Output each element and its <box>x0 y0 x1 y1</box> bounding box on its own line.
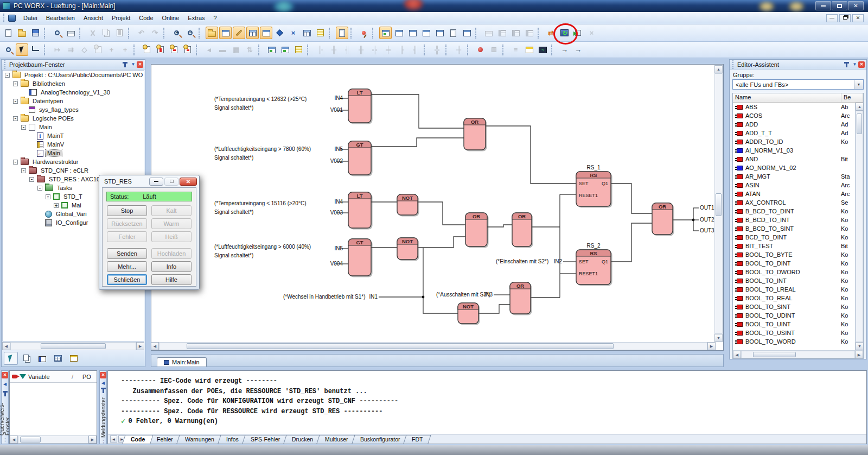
tree-expander[interactable] <box>29 177 34 182</box>
window-1-icon[interactable] <box>393 27 405 39</box>
message-tab[interactable]: Multiuser <box>316 435 356 444</box>
assistant-horizontal-scrollbar[interactable]: ◀ ▶ <box>733 350 863 358</box>
offline-icon[interactable]: × <box>287 27 299 39</box>
branch-icon[interactable]: ◇ <box>78 43 91 56</box>
column-description[interactable]: Be <box>841 93 863 102</box>
tree-item[interactable]: STD_CNF : eCLR <box>3 166 144 175</box>
new-network-icon[interactable] <box>141 43 153 56</box>
jump-icon[interactable]: ↦ <box>51 43 63 56</box>
cut-icon[interactable] <box>86 27 99 39</box>
tree-item[interactable]: MainT <box>3 131 144 140</box>
function-block-row[interactable]: AR_MGT Sta <box>733 172 855 181</box>
fbd-io-label[interactable]: IN5 <box>334 146 343 152</box>
info-button[interactable]: Info <box>151 261 192 272</box>
message-tab[interactable]: Code <box>122 435 153 444</box>
fbd-block-or-12[interactable]: OR <box>510 282 532 315</box>
fehler-button[interactable]: Fehler <box>107 231 147 242</box>
tree-expander[interactable] <box>5 73 10 78</box>
function-block-row[interactable]: BIT_TEST Bit <box>733 242 855 250</box>
ladder-8-icon[interactable]: ╢ <box>409 43 422 56</box>
dialog-close-icon[interactable]: ✕ <box>180 178 197 186</box>
function-block-row[interactable]: BOOL_TO_WORD Ko <box>733 337 855 346</box>
scroll-right-icon[interactable]: ▶ <box>88 435 97 444</box>
heiss-button[interactable]: Heiß <box>151 231 192 242</box>
assistant-vertical-scrollbar[interactable]: ▲ ▼ <box>855 103 863 350</box>
tree-tab-instances-icon[interactable] <box>67 352 81 365</box>
project-window-icon[interactable] <box>379 27 392 39</box>
collapse-left-icon[interactable]: ◀ <box>2 381 9 388</box>
function-block-row[interactable]: B_BCD_TO_DINT Ko <box>733 207 855 216</box>
scroll-left-icon[interactable]: ◀ <box>2 342 10 350</box>
message-tab[interactable]: FDT <box>404 435 432 444</box>
pin-icon[interactable] <box>2 390 9 397</box>
fbd-io-label[interactable]: V001 <box>330 107 343 113</box>
function-block-row[interactable]: AI_NORM_V1_03 <box>733 146 855 155</box>
function-block-row[interactable]: BOOL_TO_LREAL Ko <box>733 285 855 294</box>
fbd-block-not-4[interactable]: NOT <box>397 194 419 217</box>
function-block-row[interactable]: BOOL_TO_DWORD Ko <box>733 268 855 276</box>
tree-expander[interactable] <box>21 168 26 173</box>
fbd-canvas[interactable]: LTGTORLTNOTGTNOTORORRSRS_1SETRESET1Q1RSR… <box>152 65 715 342</box>
tree-expander[interactable] <box>54 203 59 208</box>
fbd-io-label[interactable]: V004 <box>330 261 343 267</box>
function-block-row[interactable]: AND Bit <box>733 155 855 163</box>
tree-item[interactable]: AnalogTechnology_V1_30 <box>3 88 144 97</box>
tree-tab-project-icon[interactable] <box>4 352 18 365</box>
insert-coil-icon[interactable]: + <box>119 43 131 56</box>
function-block-row[interactable]: BOOL_TO_USINT Ko <box>733 328 855 337</box>
close-icon[interactable]: ✕ <box>2 372 8 378</box>
zoom-out-icon[interactable] <box>184 27 196 39</box>
pin-icon[interactable] <box>100 388 107 393</box>
menu-item[interactable]: Datei <box>19 13 42 23</box>
variable-horizontal-scrollbar[interactable]: ◀ ▶ <box>10 435 97 444</box>
scroll-left-icon[interactable]: ◀ <box>151 342 159 350</box>
warm-button[interactable]: Warm <box>151 218 192 229</box>
column-name[interactable]: Name <box>733 93 841 102</box>
filter-icon[interactable] <box>20 374 26 379</box>
tree-tab-datatypes-icon[interactable] <box>51 352 65 365</box>
hochladen-button[interactable]: Hochladen <box>151 248 192 259</box>
function-block-row[interactable]: BOOL_TO_INT Ko <box>733 276 855 285</box>
online-values-icon[interactable] <box>273 27 286 39</box>
menu-item[interactable]: Projekt <box>107 13 135 23</box>
mdi-minimize-button[interactable]: — <box>826 14 838 22</box>
fbd-block-not-11[interactable]: NOT <box>458 303 480 325</box>
tree-item[interactable]: Main <box>3 123 144 131</box>
fbd-block-or-13[interactable]: OR <box>652 203 674 236</box>
function-block-row[interactable]: BOOL_TO_REAL Ko <box>733 294 855 302</box>
menu-item[interactable]: Online <box>158 13 184 23</box>
function-block-row[interactable]: BOOL_TO_UINT Ko <box>733 320 855 328</box>
fbd-block-rs_2[interactable]: RSRS_2SETRESET1Q1 <box>576 243 612 286</box>
tree-expander[interactable] <box>13 160 18 165</box>
menu-item[interactable]: Code <box>135 13 157 23</box>
append-network-icon[interactable] <box>168 43 180 56</box>
connect-tool-icon[interactable] <box>29 43 42 56</box>
function-block-row[interactable]: BCD_TO_DINT Ko <box>733 233 855 242</box>
function-block-row[interactable]: ABS Ab <box>733 103 855 111</box>
tree-expander[interactable] <box>13 99 18 104</box>
function-block-row[interactable]: ADD Ad <box>733 120 855 129</box>
fbd-block-gt-1[interactable]: GT <box>348 141 373 176</box>
window-2-icon[interactable] <box>406 27 419 39</box>
tree-expander[interactable] <box>21 125 26 130</box>
flag-window-2-icon[interactable] <box>279 43 291 56</box>
function-block-row[interactable]: BOOL_TO_DINT Ko <box>733 259 855 268</box>
print-pages-icon[interactable] <box>496 27 508 39</box>
sequence-icon[interactable]: ⇉ <box>65 43 77 56</box>
notes-icon[interactable] <box>314 27 327 39</box>
tree-item[interactable]: Main <box>3 149 144 157</box>
scroll-thumb[interactable] <box>187 343 614 349</box>
address-list-icon[interactable]: ≡ <box>509 43 522 56</box>
fbd-io-label[interactable]: IN4 <box>334 199 343 205</box>
collapse-left-icon[interactable]: ◀ <box>100 381 107 386</box>
insert-network-icon[interactable] <box>154 43 167 56</box>
select-tool-icon[interactable] <box>16 43 28 56</box>
close-icon[interactable]: ✕ <box>858 61 865 68</box>
copy-icon[interactable] <box>100 27 112 39</box>
scroll-thumb[interactable] <box>41 343 106 349</box>
new-file-icon[interactable] <box>2 27 15 39</box>
maximize-button[interactable] <box>832 1 847 10</box>
message-log[interactable]: --------- IEC-Code wird erzeugt --------… <box>108 371 866 434</box>
function-block-row[interactable]: B_BCD_TO_SINT Ko <box>733 224 855 233</box>
window-3-icon[interactable] <box>420 27 432 39</box>
